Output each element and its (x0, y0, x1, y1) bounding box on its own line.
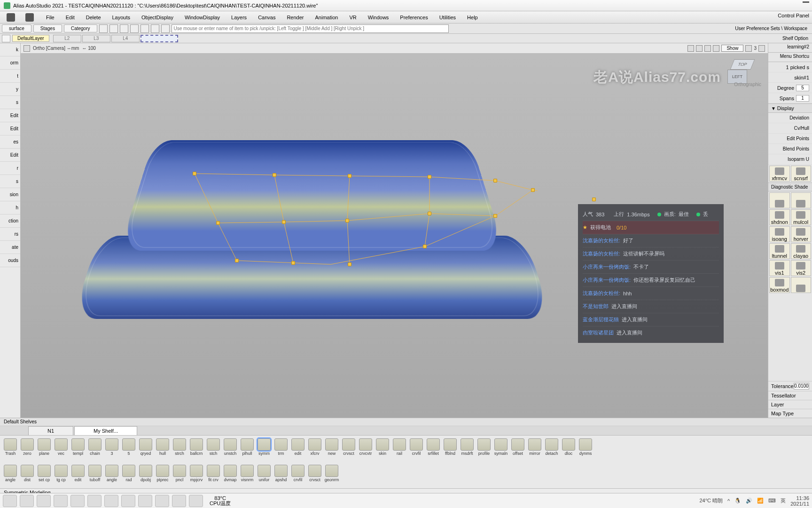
toolbar-btn-a[interactable] (99, 24, 108, 33)
tray-net-icon[interactable]: 📶 (757, 498, 764, 504)
toolbar-btn-c[interactable] (120, 24, 128, 33)
display-section[interactable]: ▼ Display (768, 103, 812, 113)
tool-apshd[interactable]: apshd (273, 464, 289, 486)
shade-empty[interactable] (791, 192, 812, 208)
tool-dvmap[interactable]: dvmap (222, 464, 239, 486)
tool-angle[interactable]: angle (103, 464, 120, 486)
tool-new[interactable]: new (323, 437, 340, 460)
tool-edit[interactable]: edit (289, 437, 306, 460)
menu-edit[interactable]: Edit (60, 13, 80, 22)
viewport-3d[interactable]: TOP LEFT Orthographic 老A说Alias77.com 人气 … (21, 54, 768, 418)
tab-myshelf[interactable]: My Shelf... (74, 426, 137, 435)
tool-mirror[interactable]: mirror (526, 437, 543, 460)
rp-shortcut[interactable]: Menu Shortcu (768, 53, 812, 62)
display-opt-blendpoints[interactable]: Blend Points (768, 144, 812, 154)
tool-unstch[interactable]: unstch (222, 437, 239, 460)
tool-tg cp[interactable]: tg cp (53, 464, 70, 486)
tool-skin[interactable]: skin (374, 437, 391, 460)
taskbar-app-12[interactable] (189, 495, 203, 507)
menu-layouts[interactable]: Layouts (107, 13, 136, 22)
tool-templ[interactable]: templ (70, 437, 86, 460)
layer-slot-3[interactable]: L3 (82, 35, 110, 42)
toolbar-btn-d[interactable] (130, 24, 139, 33)
taskbar-app-4[interactable] (54, 495, 68, 507)
tool-symaln[interactable]: symaln (492, 437, 509, 460)
left-item-5[interactable]: Edit (0, 109, 20, 122)
menu-utilities[interactable]: Utilities (434, 13, 461, 22)
tool-rad[interactable]: rad (120, 464, 137, 486)
tool-msdrft[interactable]: msdrft (459, 437, 476, 460)
left-item-2[interactable]: t (0, 70, 20, 83)
degree-input[interactable] (796, 85, 809, 91)
layer-close-icon[interactable] (2, 35, 10, 42)
cv-point[interactable] (531, 188, 535, 192)
view-cube[interactable]: TOP LEFT (726, 59, 758, 92)
clock[interactable]: 11:362021/11 (790, 495, 809, 507)
tool-qryed[interactable]: qryed (137, 437, 154, 460)
left-item-9[interactable]: r (0, 162, 20, 175)
tool-set cp[interactable]: set cp (36, 464, 53, 486)
cv-point[interactable] (193, 172, 196, 175)
tool-vec[interactable]: vec (53, 437, 70, 460)
tool-dloc[interactable]: dloc (560, 437, 577, 460)
left-item-16[interactable]: ouds (0, 254, 20, 267)
tool-visnrm[interactable]: visnrm (239, 464, 256, 486)
taskbar-app-5[interactable] (70, 495, 85, 507)
diag-shade-section[interactable]: Diagnostic Shade (768, 183, 812, 191)
shade-horver[interactable]: horver (791, 226, 812, 242)
taskbar-app-11[interactable] (172, 495, 186, 507)
layerprop-row[interactable]: Layer (768, 400, 812, 409)
tool-xfcrv[interactable]: xfcrv (306, 437, 323, 460)
taskbar-app-9[interactable] (138, 495, 152, 507)
control-panel-label[interactable]: Control Panel (778, 13, 809, 18)
taskbar-app-8[interactable] (121, 495, 135, 507)
tool-crvcvtr[interactable]: crvcvtr (357, 437, 374, 460)
tool-geonrm[interactable]: geonrm (323, 464, 340, 486)
menu-layers[interactable]: Layers (226, 13, 252, 22)
tool-edit[interactable]: edit (70, 464, 86, 486)
tool-dynms[interactable]: dynms (577, 437, 594, 460)
tool-detach[interactable]: detach (543, 437, 560, 460)
shade-vis1[interactable]: vis1 (769, 260, 790, 276)
cv-point[interactable] (493, 214, 497, 218)
view-btn-e[interactable] (745, 45, 752, 52)
cv-point[interactable] (273, 173, 276, 177)
tool-3[interactable]: 3 (103, 437, 120, 460)
taskbar-app-2[interactable] (20, 495, 34, 507)
cv-point[interactable] (428, 212, 431, 215)
tool-crvfil[interactable]: crvfil (289, 464, 306, 486)
weather-widget[interactable]: 24°C 晴朗 (699, 497, 723, 504)
display-opt-isoparmu[interactable]: Isoparm U (768, 154, 812, 165)
tool-hull[interactable]: hull (154, 437, 171, 460)
left-item-12[interactable]: h (0, 201, 20, 214)
maptype-row[interactable]: Map Type (768, 409, 812, 418)
view-btn-d[interactable] (713, 45, 719, 52)
mode-category[interactable]: Category (64, 24, 97, 32)
spans-input[interactable] (796, 95, 809, 102)
menu-vr[interactable]: VR (344, 13, 362, 22)
tool-crvsct[interactable]: crvsct (340, 437, 357, 460)
tool-Trash[interactable]: Trash (2, 437, 19, 460)
tolerance-value[interactable]: 0.0100 (794, 383, 809, 389)
shade-ltunnel[interactable]: ltunnel (769, 243, 790, 259)
menu-preferences[interactable]: Preferences (394, 13, 433, 22)
menu-file[interactable]: File (40, 13, 60, 22)
layer-slot-5[interactable] (141, 35, 178, 42)
minimize-button[interactable] (803, 1, 809, 3)
display-opt-editpoints[interactable]: Edit Points (768, 134, 812, 144)
menu-windowdisplay[interactable]: WindowDisplay (179, 13, 226, 22)
tool-plane[interactable]: plane (36, 437, 53, 460)
tool-offset[interactable]: offset (509, 437, 526, 460)
cv-point[interactable] (216, 221, 220, 225)
left-item-11[interactable]: sion (0, 188, 20, 201)
tray-keyboard-icon[interactable]: ⌨ (768, 498, 776, 504)
tool-symm[interactable]: symm (256, 437, 273, 460)
ime-indicator[interactable]: 英 (781, 497, 786, 504)
cv-point[interactable] (348, 174, 351, 178)
tray-up-icon[interactable]: ^ (727, 498, 730, 504)
toolbar-btn-g[interactable] (161, 24, 170, 33)
left-item-4[interactable]: s (0, 96, 20, 109)
tool-fit crv[interactable]: fit crv (205, 464, 222, 486)
toolbar-btn-b[interactable] (109, 24, 118, 33)
shade-empty[interactable] (791, 277, 812, 293)
